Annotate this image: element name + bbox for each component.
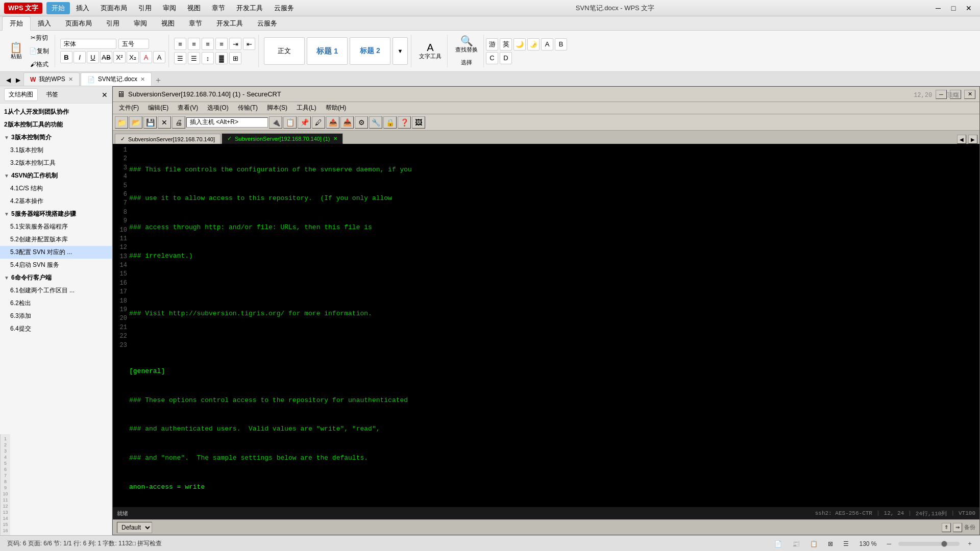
ribbon-tab-视图[interactable]: 视图 [154, 17, 182, 30]
ribbon-tab-引用[interactable]: 引用 [99, 17, 127, 30]
scrt-btn-16[interactable]: 🖼 [412, 116, 425, 129]
align-right-btn[interactable]: ≡ [202, 38, 214, 50]
scrt-btn-5[interactable]: 🖨 [172, 116, 185, 129]
wps-menu-章节[interactable]: 章节 [207, 2, 230, 14]
view-btn-2[interactable]: 📰 [789, 539, 803, 548]
wps-menu-审阅[interactable]: 审阅 [158, 2, 181, 14]
sidebar-item-5-2[interactable]: 5.2创建并配置版本库 [0, 233, 112, 246]
sidebar-item-4-2[interactable]: 4.2基本操作 [0, 195, 112, 208]
italic-btn[interactable]: I [74, 51, 86, 63]
borders-btn[interactable]: ⊞ [229, 52, 241, 64]
scrt-host-input[interactable] [186, 117, 268, 128]
add-tab-btn[interactable]: ＋ [153, 74, 164, 86]
scrt-scroll-right[interactable]: ▶ [968, 135, 977, 144]
tool-8[interactable]: D [500, 52, 512, 64]
scrt-btn-1[interactable]: 📁 [115, 116, 128, 129]
ribbon-tab-章节[interactable]: 章节 [182, 17, 209, 30]
tool-5[interactable]: A [541, 38, 553, 51]
wps-menu-开发工具[interactable]: 开发工具 [231, 2, 268, 14]
select-btn[interactable]: 选择 [458, 57, 475, 68]
sidebar-item-3-2[interactable]: 3.2版本控制工具 [0, 157, 112, 169]
ribbon-tab-开发工具[interactable]: 开发工具 [209, 17, 250, 30]
view-btn-1[interactable]: 📄 [771, 539, 785, 548]
tool-3[interactable]: 🌙 [513, 38, 526, 51]
sidebar-item-5[interactable]: ▼ 5服务器端环境搭建步骤 [0, 208, 112, 220]
sidebar-item-4[interactable]: ▼ 4SVN的工作机制 [0, 169, 112, 182]
scrt-menu-工具L[interactable]: 工具(L) [292, 103, 321, 113]
scrt-btn-15[interactable]: ❓ [398, 116, 411, 129]
font-size-input[interactable] [118, 39, 149, 49]
wps-menu-引用[interactable]: 引用 [133, 2, 157, 14]
scrt-scroll-left[interactable]: ◀ [957, 135, 966, 144]
style-h1[interactable]: 标题 1 [307, 37, 348, 65]
securecrt-close-btn[interactable]: ✕ [964, 90, 975, 99]
tool-1[interactable]: 游 [486, 38, 498, 51]
wps-menu-页面布局[interactable]: 页面布局 [95, 2, 132, 14]
scrt-session-tab-1[interactable]: ✓ SubversionServer[192.168.70.140] [115, 134, 220, 144]
tool-2[interactable]: 英 [500, 38, 512, 51]
scrt-menu-编辑E[interactable]: 编辑(E) [144, 103, 173, 113]
cut-btn[interactable]: ✂ 剪切 [27, 32, 52, 44]
scrt-menu-帮助H[interactable]: 帮助(H) [322, 103, 351, 113]
wps-nav-right[interactable]: ▶ [14, 74, 22, 86]
superscript-btn[interactable]: X² [113, 51, 126, 63]
sidebar-item-6-2[interactable]: 6.2检出 [0, 297, 112, 310]
tab-my-wps-close[interactable]: ✕ [68, 76, 73, 83]
indent-btn[interactable]: ⇥ [229, 38, 241, 50]
wps-close-btn[interactable]: ✕ [962, 3, 976, 13]
scrt-menu-选项O[interactable]: 选项(O) [203, 103, 232, 113]
bold-btn[interactable]: B [60, 51, 72, 63]
ribbon-tab-云服务[interactable]: 云服务 [250, 17, 284, 30]
copy-btn[interactable]: 📄 复制 [27, 45, 52, 57]
sidebar-item-1[interactable]: 1从个人开发到团队协作 [0, 106, 112, 118]
justify-btn[interactable]: ≡ [215, 38, 228, 50]
scrt-menu-脚本S[interactable]: 脚本(S) [263, 103, 291, 113]
subscript-btn[interactable]: X₂ [127, 51, 139, 63]
style-h2[interactable]: 标题 2 [350, 37, 390, 65]
scrt-btn-7[interactable]: 📋 [283, 116, 297, 129]
zoom-in-btn[interactable]: ＋ [964, 538, 976, 549]
sidebar-tab-bookmarks[interactable]: 书签 [42, 89, 62, 101]
sidebar-item-6-1[interactable]: 6.1创建两个工作区目 ... [0, 284, 112, 297]
scrt-menu-传输T[interactable]: 传输(T) [234, 103, 262, 113]
zoom-slider-track[interactable] [898, 542, 960, 546]
zoom-slider-thumb[interactable] [941, 541, 947, 547]
wps-menu-开始[interactable]: 开始 [46, 2, 70, 14]
shading-btn[interactable]: ▓ [215, 52, 228, 64]
tool-7[interactable]: C [486, 52, 498, 64]
tool-4[interactable]: 🌛 [527, 38, 540, 51]
sidebar-item-5-1[interactable]: 5.1安装服务器端程序 [0, 220, 112, 233]
align-center-btn[interactable]: ≡ [188, 38, 200, 50]
tab-my-wps[interactable]: W 我的WPS ✕ [23, 72, 80, 86]
sidebar-item-5-3[interactable]: 5.3配置 SVN 对应的 ... [0, 246, 112, 259]
wps-nav-left[interactable]: ◀ [4, 74, 13, 86]
view-btn-5[interactable]: ☰ [840, 539, 852, 548]
scrt-btn-2[interactable]: 📂 [129, 116, 142, 129]
style-new[interactable]: ▼ [393, 37, 408, 65]
securecrt-terminal[interactable]: 1 2 3 4 5 6 7 8 9 10 11 12 13 14 15 16 1 [113, 144, 979, 507]
scrt-btn-6[interactable]: 🔌 [269, 116, 282, 129]
scrt-bottom-btn-2[interactable]: ⇒ [953, 523, 962, 532]
scrt-btn-13[interactable]: 🔧 [369, 116, 382, 129]
scrt-tab-2-close[interactable]: ✕ [333, 136, 337, 141]
scrt-btn-8[interactable]: 📌 [298, 116, 311, 129]
paste-btn[interactable]: 📋 粘贴 [7, 41, 25, 62]
scrt-bottom-btn-1[interactable]: ⇑ [942, 523, 951, 532]
strikethrough-btn[interactable]: A̶B̶ [100, 51, 112, 63]
sidebar-item-3[interactable]: ▼ 3版本控制简介 [0, 131, 112, 144]
tab-svn-docx[interactable]: 📄 SVN笔记.docx ✕ [81, 72, 152, 86]
wps-menu-视图[interactable]: 视图 [182, 2, 206, 14]
sidebar-item-6[interactable]: ▼ 6命令行客户端 [0, 271, 112, 284]
font-name-input[interactable] [60, 39, 116, 49]
sidebar-close-btn[interactable]: ✕ [102, 91, 108, 99]
scrt-profile-select[interactable]: Default [117, 522, 152, 533]
list-btn[interactable]: ☰ [174, 52, 186, 64]
tab-svn-close[interactable]: ✕ [140, 76, 145, 83]
ribbon-tab-审阅[interactable]: 审阅 [127, 17, 154, 30]
scrt-btn-3[interactable]: 💾 [143, 116, 157, 129]
wps-menu-云服务[interactable]: 云服务 [269, 2, 299, 14]
ribbon-tab-页面布局[interactable]: 页面布局 [58, 17, 99, 30]
find-replace-btn[interactable]: 🔍 查找替换 [453, 34, 480, 55]
scrt-menu-文件F[interactable]: 文件(F) [115, 103, 143, 113]
scrt-session-tab-2[interactable]: ✓ SubversionServer[192.168.70.140] (1) ✕ [222, 133, 343, 144]
